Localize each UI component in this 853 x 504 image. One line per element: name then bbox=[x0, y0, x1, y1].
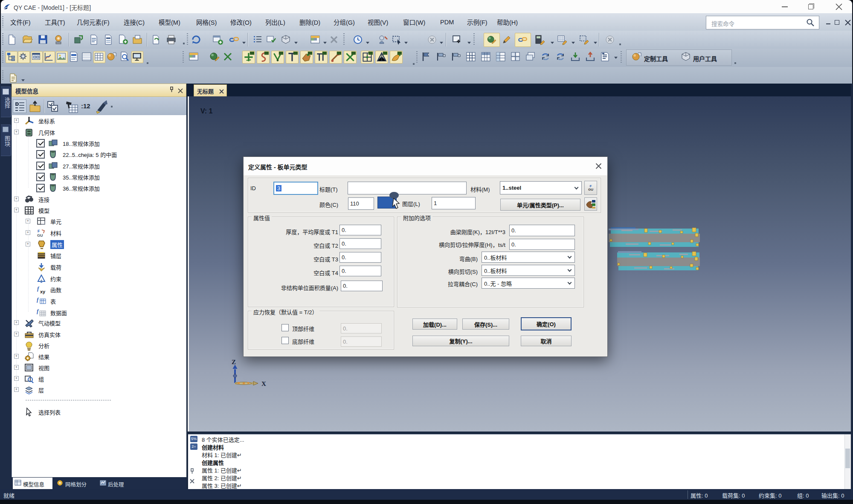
svg-text:Z: Z bbox=[232, 359, 236, 365]
svg-text:f: f bbox=[37, 308, 39, 314]
svg-text:f: f bbox=[37, 296, 39, 303]
svg-text:xy: xy bbox=[40, 289, 46, 294]
svg-text:f: f bbox=[37, 285, 40, 292]
svg-text:GU: GU bbox=[37, 233, 43, 238]
svg-text:F: F bbox=[38, 229, 40, 233]
svg-text:X: X bbox=[261, 380, 266, 387]
